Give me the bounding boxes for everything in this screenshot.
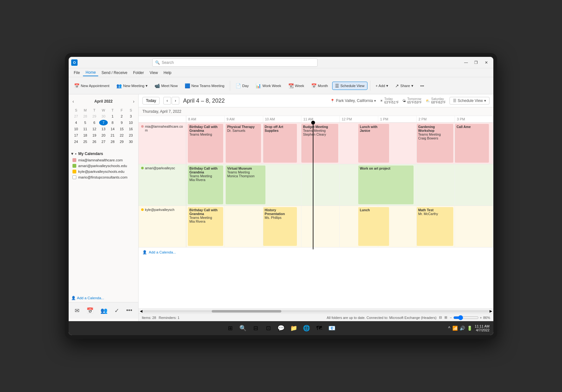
menu-file[interactable]: File: [71, 70, 82, 76]
more-nav-icon[interactable]: •••: [124, 306, 135, 315]
next-week-button[interactable]: ›: [172, 97, 179, 105]
mini-cal-day-2-0[interactable]: 10: [72, 126, 80, 132]
new-meeting-button[interactable]: 👥 New Meeting ▾: [113, 82, 150, 90]
mini-cal-day-3-2[interactable]: 19: [90, 132, 99, 138]
prev-week-button[interactable]: ‹: [163, 97, 171, 105]
mini-cal-day-3-6[interactable]: 23: [127, 132, 135, 138]
mini-cal-day-1-0[interactable]: 4: [72, 120, 80, 125]
mini-cal-day-3-5[interactable]: 22: [118, 132, 126, 138]
share-button[interactable]: ↗ Share ▾: [392, 82, 416, 90]
calendar-item-0[interactable]: mia@lamnahealthcare.com: [71, 157, 136, 163]
scroll-track[interactable]: [142, 310, 490, 313]
tasks-nav-icon[interactable]: ✓: [112, 306, 122, 315]
calendar-item-1[interactable]: amari@parkvalleyschools.edu: [71, 163, 136, 169]
my-calendars-header[interactable]: ▾ ▪ My Calendars: [71, 150, 136, 157]
event-birthday-call-kyle[interactable]: Birthday Call with Grandma Teams Meeting…: [188, 207, 223, 246]
mini-cal-day-1-6[interactable]: 10: [127, 120, 135, 125]
taskbar-teams[interactable]: 💬: [276, 323, 286, 333]
event-birthday-call-amari[interactable]: Birthday Call with Grandma Teams Meeting…: [188, 166, 223, 204]
week-button[interactable]: 📆 Week: [285, 82, 307, 90]
mini-cal-day-3-1[interactable]: 18: [81, 132, 90, 138]
mini-cal-day-1-5[interactable]: 9: [118, 120, 126, 125]
today-button[interactable]: Today: [142, 97, 160, 105]
taskbar-edge[interactable]: 🌐: [301, 323, 312, 333]
schedule-view-header-button[interactable]: ☰ Schedule View ▾: [449, 97, 490, 105]
zoom-out-btn[interactable]: −: [450, 316, 452, 320]
menu-send-receive[interactable]: Send / Receive: [99, 70, 130, 76]
mini-cal-day-1-1[interactable]: 5: [81, 120, 90, 125]
event-budget-meeting[interactable]: Budget Meeting Teams Meeting Stephen Cle…: [301, 124, 338, 163]
schedule-area[interactable]: Thursday, April 7, 2022 8 AM 9 AM 10 AM …: [139, 107, 493, 308]
event-history-presentation[interactable]: History Presentation Ms. Phillips: [263, 207, 297, 246]
calendar-item-2[interactable]: kyle@parkvalleyschools.edu: [71, 169, 136, 174]
mini-cal-day-4-0[interactable]: 24: [72, 139, 80, 145]
mini-cal-day-3-0[interactable]: 17: [72, 132, 80, 138]
mini-cal-day-4-6[interactable]: 30: [127, 139, 135, 145]
menu-view[interactable]: View: [147, 70, 161, 76]
taskbar-start[interactable]: ⊞: [225, 323, 235, 333]
taskbar-outlook[interactable]: 📧: [327, 323, 337, 333]
maximize-button[interactable]: ❐: [472, 59, 481, 66]
mini-cal-day-3-3[interactable]: 20: [99, 132, 108, 138]
event-work-art-project[interactable]: Work on art project: [358, 166, 414, 204]
prev-month-button[interactable]: ‹: [71, 98, 75, 105]
calendar-item-3[interactable]: mario@firstupconsultants.com: [71, 174, 136, 180]
menu-help[interactable]: Help: [161, 70, 174, 76]
mini-cal-day-0-3[interactable]: 30: [99, 113, 108, 119]
scroll-right-btn[interactable]: ▶: [490, 309, 492, 313]
taskbar-widgets[interactable]: ⊡: [263, 323, 273, 333]
menu-home[interactable]: Home: [83, 69, 98, 76]
mini-cal-day-2-4[interactable]: 14: [108, 126, 117, 132]
event-birthday-call-mia[interactable]: Birthday Call with Grandma Teams Meeting: [188, 124, 223, 163]
mini-cal-day-0-5[interactable]: 2: [118, 113, 126, 119]
search-bar[interactable]: 🔍 Search: [152, 58, 318, 67]
next-month-button[interactable]: ›: [132, 98, 136, 105]
event-lunch-kyle[interactable]: Lunch: [358, 207, 389, 246]
mini-cal-day-1-4[interactable]: 8: [108, 120, 117, 125]
scroll-bar[interactable]: ◀ ▶: [139, 308, 493, 314]
mini-cal-day-0-1[interactable]: 28: [81, 113, 90, 119]
mini-cal-day-1-2[interactable]: 6: [90, 120, 99, 125]
calendar-nav-icon[interactable]: 📅: [84, 306, 96, 315]
mini-cal-day-3-4[interactable]: 21: [108, 132, 117, 138]
close-button[interactable]: ✕: [482, 59, 491, 66]
event-virtual-museum[interactable]: Virtual Museum Teams Meeting Monica Thom…: [226, 166, 266, 204]
new-appointment-button[interactable]: 📅 New Appointment: [71, 82, 112, 90]
taskbar-explorer[interactable]: 📁: [289, 323, 299, 333]
scroll-thumb[interactable]: [212, 310, 281, 313]
month-button[interactable]: 📅 Month: [308, 82, 331, 90]
add-button[interactable]: + Add ▾: [373, 82, 391, 90]
event-physical-therapy[interactable]: Physical Therapy Dr. Samuels: [226, 124, 261, 163]
taskbar-time[interactable]: 11:11 AM 4/7/2022: [475, 324, 490, 332]
mini-cal-day-2-3[interactable]: 13: [99, 126, 108, 132]
mini-cal-day-4-3[interactable]: 27: [99, 139, 108, 145]
mini-cal-day-0-2[interactable]: 29: [90, 113, 99, 119]
menu-folder[interactable]: Folder: [131, 70, 147, 76]
mail-nav-icon[interactable]: ✉: [72, 306, 82, 315]
taskbar-taskview[interactable]: ⊟: [250, 323, 261, 333]
event-call-ame[interactable]: Call Ame: [455, 124, 489, 163]
scroll-left-btn[interactable]: ◀: [140, 309, 142, 313]
schedule-view-button[interactable]: ☰ Schedule View: [332, 82, 367, 90]
minimize-button[interactable]: —: [462, 59, 470, 66]
taskbar-search[interactable]: 🔍: [238, 323, 248, 333]
work-week-button[interactable]: 📊 Work Week: [253, 82, 284, 90]
event-drop-off-art[interactable]: Drop off Art Supplies: [263, 124, 297, 163]
event-lunch-janice[interactable]: Lunch with Janice: [358, 124, 389, 163]
zoom-slider[interactable]: [453, 315, 479, 320]
mini-cal-day-2-5[interactable]: 15: [118, 126, 126, 132]
people-nav-icon[interactable]: 👥: [98, 306, 110, 315]
mini-cal-day-2-6[interactable]: 16: [127, 126, 135, 132]
mini-cal-day-4-5[interactable]: 29: [118, 139, 126, 145]
meet-now-button[interactable]: 📹 Meet Now: [152, 82, 181, 90]
mini-cal-day-2-1[interactable]: 11: [81, 126, 90, 132]
mini-cal-day-4-1[interactable]: 25: [81, 139, 90, 145]
taskbar-maps[interactable]: 🗺: [314, 323, 324, 333]
mini-cal-day-0-0[interactable]: 27: [72, 113, 80, 119]
more-options-button[interactable]: •••: [417, 82, 427, 89]
mini-cal-day-0-6[interactable]: 3: [127, 113, 135, 119]
zoom-in-btn[interactable]: +: [480, 316, 482, 320]
mini-cal-day-4-4[interactable]: 28: [108, 139, 117, 145]
add-calendar-row[interactable]: 👤 Add a Calenda...: [139, 247, 493, 257]
mini-cal-day-4-2[interactable]: 26: [90, 139, 99, 145]
